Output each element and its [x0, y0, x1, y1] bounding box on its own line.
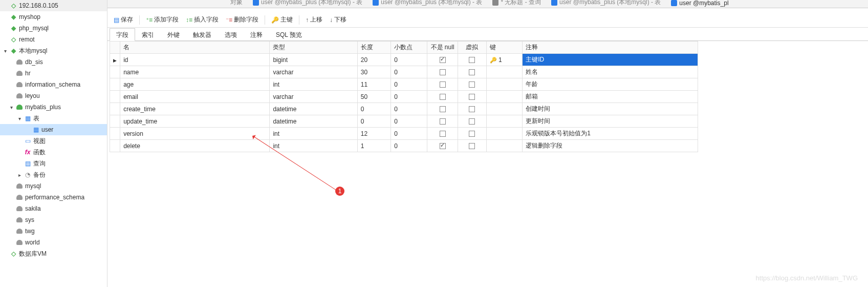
subtab-注释[interactable]: 注释	[244, 28, 269, 41]
tree-item-leyou[interactable]: leyou	[0, 90, 107, 101]
column-comment-cell[interactable]: 年龄	[523, 78, 698, 91]
column-type-cell[interactable]: datetime	[270, 115, 357, 128]
column-type-cell[interactable]: int	[270, 78, 357, 91]
tree-item-sys[interactable]: sys	[0, 214, 107, 225]
tree-item-数据库VM[interactable]: ◇数据库VM	[0, 248, 107, 259]
tree-item-twg[interactable]: twg	[0, 225, 107, 237]
editor-tab-object[interactable]: 对象	[225, 0, 248, 8]
editor-tab-1[interactable]: user @mybatis_plus (本地mysql) - 表	[248, 0, 367, 8]
column-comment-cell[interactable]: 更新时间	[523, 115, 698, 128]
checkbox[interactable]	[440, 131, 446, 137]
editor-tab-4[interactable]: user @mybatis_plus (本地mysql) - 表	[546, 0, 666, 8]
column-decimals-cell[interactable]: 0	[391, 66, 427, 78]
column-row[interactable]: update_timedatetime00更新时间	[110, 115, 698, 128]
column-type-cell[interactable]: varchar	[270, 66, 357, 78]
checkbox[interactable]	[469, 57, 475, 63]
column-row[interactable]: versionint120乐观锁版本号初始值为1	[110, 128, 698, 140]
checkbox[interactable]	[440, 143, 446, 149]
column-notnull-cell[interactable]	[427, 66, 458, 78]
column-notnull-cell[interactable]	[427, 140, 458, 152]
move-up-button[interactable]: ↑上移	[302, 14, 326, 25]
column-notnull-cell[interactable]	[427, 103, 458, 115]
columns-grid[interactable]: 名 类型 长度 小数点 不是 null 虚拟 键 注释 ▶idbigint200…	[107, 41, 868, 287]
column-virtual-cell[interactable]	[458, 66, 486, 78]
column-length-cell[interactable]: 20	[357, 54, 391, 66]
checkbox[interactable]	[440, 118, 446, 125]
column-decimals-cell[interactable]: 0	[391, 91, 427, 103]
column-comment-cell[interactable]: 姓名	[523, 66, 698, 78]
column-virtual-cell[interactable]	[458, 103, 486, 115]
tree-item-查询[interactable]: ▤查询	[0, 158, 107, 169]
subtab-SQL 预览[interactable]: SQL 预览	[269, 28, 309, 41]
column-notnull-cell[interactable]	[427, 54, 458, 66]
column-row[interactable]: namevarchar300姓名	[110, 66, 698, 78]
tree-item-mysql[interactable]: mysql	[0, 180, 107, 192]
sidebar[interactable]: ◇192.168.0.105◆myshop◆php_mysql◇remot▾◆本…	[0, 0, 107, 287]
column-key-cell[interactable]	[486, 78, 523, 91]
checkbox[interactable]	[469, 81, 475, 88]
column-type-cell[interactable]: int	[270, 140, 357, 152]
checkbox[interactable]	[440, 69, 446, 75]
column-comment-cell[interactable]: 乐观锁版本号初始值为1	[523, 128, 698, 140]
column-decimals-cell[interactable]: 0	[391, 140, 427, 152]
column-notnull-cell[interactable]	[427, 128, 458, 140]
tree-item-mybatis_plus[interactable]: ▾mybatis_plus	[0, 101, 107, 113]
column-virtual-cell[interactable]	[458, 78, 486, 91]
primary-key-button[interactable]: 🔑主键	[268, 14, 296, 25]
column-comment-cell[interactable]: 逻辑删除字段	[523, 140, 698, 152]
column-key-cell[interactable]	[486, 66, 523, 78]
save-button[interactable]: ▤保存	[111, 14, 136, 25]
column-row[interactable]: deleteint10逻辑删除字段	[110, 140, 698, 152]
column-key-cell[interactable]	[486, 128, 523, 140]
column-decimals-cell[interactable]: 0	[391, 78, 427, 91]
column-length-cell[interactable]: 12	[357, 128, 391, 140]
column-row[interactable]: create_timedatetime00创建时间	[110, 103, 698, 115]
column-type-cell[interactable]: int	[270, 128, 357, 140]
column-notnull-cell[interactable]	[427, 78, 458, 91]
column-comment-cell[interactable]: 邮箱	[523, 91, 698, 103]
editor-tab-5[interactable]: user @mybatis_pl	[666, 0, 733, 8]
column-virtual-cell[interactable]	[458, 91, 486, 103]
tree-item-本地mysql[interactable]: ▾◆本地mysql	[0, 45, 107, 56]
checkbox[interactable]	[440, 57, 446, 63]
column-row[interactable]: ▶idbigint200🔑 1主键ID	[110, 54, 698, 66]
column-length-cell[interactable]: 0	[357, 115, 391, 128]
column-comment-cell[interactable]: 创建时间	[523, 103, 698, 115]
add-field-button[interactable]: ⁺≡添加字段	[143, 14, 182, 25]
checkbox[interactable]	[469, 131, 475, 137]
column-length-cell[interactable]: 0	[357, 103, 391, 115]
column-decimals-cell[interactable]: 0	[391, 103, 427, 115]
column-key-cell[interactable]	[486, 140, 523, 152]
column-key-cell[interactable]	[486, 115, 523, 128]
editor-tab-bar[interactable]: 对象 user @mybatis_plus (本地mysql) - 表 user…	[107, 0, 868, 8]
subtab-外键[interactable]: 外键	[161, 28, 186, 41]
tree-item-视图[interactable]: ▭视图	[0, 135, 107, 147]
column-decimals-cell[interactable]: 0	[391, 115, 427, 128]
checkbox[interactable]	[469, 118, 475, 125]
column-name-cell[interactable]: delete	[120, 140, 270, 152]
column-key-cell[interactable]	[486, 91, 523, 103]
column-virtual-cell[interactable]	[458, 140, 486, 152]
column-decimals-cell[interactable]: 0	[391, 54, 427, 66]
column-key-cell[interactable]: 🔑 1	[486, 54, 523, 66]
column-name-cell[interactable]: version	[120, 128, 270, 140]
insert-field-button[interactable]: ↕≡插入字段	[183, 14, 222, 25]
subtab-触发器[interactable]: 触发器	[186, 28, 218, 41]
delete-field-button[interactable]: ⁻≡删除字段	[223, 14, 262, 25]
tree-item-user[interactable]: ▦user	[0, 124, 107, 135]
column-length-cell[interactable]: 1	[357, 140, 391, 152]
checkbox[interactable]	[440, 81, 446, 88]
column-row[interactable]: ageint110年龄	[110, 78, 698, 91]
tree-item-myshop[interactable]: ◆myshop	[0, 11, 107, 23]
tree-item-192.168.0.105[interactable]: ◇192.168.0.105	[0, 0, 107, 11]
column-type-cell[interactable]: datetime	[270, 103, 357, 115]
column-decimals-cell[interactable]: 0	[391, 128, 427, 140]
tree-item-world[interactable]: world	[0, 237, 107, 248]
sub-tab-bar[interactable]: 字段索引外键触发器选项注释SQL 预览	[107, 28, 868, 41]
tree-item-php_mysql[interactable]: ◆php_mysql	[0, 23, 107, 34]
column-virtual-cell[interactable]	[458, 128, 486, 140]
column-name-cell[interactable]: email	[120, 91, 270, 103]
checkbox[interactable]	[440, 94, 446, 100]
column-type-cell[interactable]: bigint	[270, 54, 357, 66]
column-key-cell[interactable]	[486, 103, 523, 115]
